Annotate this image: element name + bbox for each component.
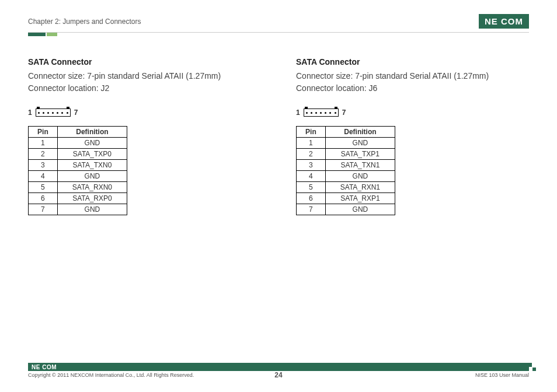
table-cell: 7 bbox=[29, 204, 58, 215]
pin-label-right: 7 bbox=[342, 108, 346, 117]
table-cell: GND bbox=[325, 171, 395, 182]
table-row: 1GND bbox=[29, 138, 127, 149]
table-cell: SATA_RXN0 bbox=[57, 182, 127, 193]
table-row: 6SATA_RXP1 bbox=[297, 193, 395, 204]
table-row: 3SATA_TXN0 bbox=[29, 160, 127, 171]
table-row: 7GND bbox=[29, 204, 127, 215]
accent-bar bbox=[28, 33, 529, 36]
table-cell: SATA_RXP1 bbox=[325, 193, 395, 204]
chapter-title: Chapter 2: Jumpers and Connectors bbox=[28, 18, 141, 26]
table-header: Pin bbox=[297, 127, 326, 138]
copyright-text: Copyright © 2011 NEXCOM International Co… bbox=[28, 372, 194, 378]
page-footer: NE COM Copyright © 2011 NEXCOM Internati… bbox=[28, 363, 529, 378]
table-row: 4GND bbox=[297, 171, 395, 182]
table-cell: 3 bbox=[297, 160, 326, 171]
table-cell: 1 bbox=[29, 138, 58, 149]
connector-location: Connector location: J6 bbox=[296, 82, 529, 94]
page-number: 24 bbox=[274, 371, 282, 379]
brand-logo: NE COM bbox=[479, 14, 529, 29]
table-row: 3SATA_TXN1 bbox=[297, 160, 395, 171]
connector-icon bbox=[36, 108, 71, 117]
table-row: 4GND bbox=[29, 171, 127, 182]
section-heading: SATA Connector bbox=[296, 57, 529, 66]
table-cell: SATA_RXP0 bbox=[57, 193, 127, 204]
pin-label-right: 7 bbox=[74, 108, 78, 117]
table-cell: 5 bbox=[297, 182, 326, 193]
table-cell: 3 bbox=[29, 160, 58, 171]
table-header: Pin bbox=[29, 127, 58, 138]
pin-label-left: 1 bbox=[28, 108, 32, 117]
table-cell: 7 bbox=[297, 204, 326, 215]
table-row: 1GND bbox=[297, 138, 395, 149]
pin-table: PinDefinition1GND2SATA_TXP03SATA_TXN04GN… bbox=[28, 126, 127, 215]
connector-diagram: 17 bbox=[28, 108, 261, 117]
connector-section: SATA ConnectorConnector size: 7-pin stan… bbox=[296, 57, 529, 215]
table-cell: 5 bbox=[29, 182, 58, 193]
content-area: SATA ConnectorConnector size: 7-pin stan… bbox=[28, 57, 529, 215]
table-cell: GND bbox=[57, 204, 127, 215]
table-header: Definition bbox=[325, 127, 395, 138]
footer-logo: NE COM bbox=[32, 364, 57, 370]
table-cell: 6 bbox=[29, 193, 58, 204]
manual-name: NISE 103 User Manual bbox=[475, 372, 529, 378]
table-cell: GND bbox=[57, 171, 127, 182]
table-cell: SATA_RXN1 bbox=[325, 182, 395, 193]
table-cell: 1 bbox=[297, 138, 326, 149]
table-cell: 4 bbox=[29, 171, 58, 182]
table-cell: GND bbox=[57, 138, 127, 149]
table-row: 5SATA_RXN0 bbox=[29, 182, 127, 193]
section-heading: SATA Connector bbox=[28, 57, 261, 66]
table-cell: 6 bbox=[297, 193, 326, 204]
table-cell: SATA_TXN0 bbox=[57, 160, 127, 171]
connector-section: SATA ConnectorConnector size: 7-pin stan… bbox=[28, 57, 261, 215]
connector-diagram: 17 bbox=[296, 108, 529, 117]
table-cell: GND bbox=[325, 138, 395, 149]
table-row: 2SATA_TXP1 bbox=[297, 149, 395, 160]
connector-size: Connector size: 7-pin standard Serial AT… bbox=[28, 70, 261, 82]
table-cell: 4 bbox=[297, 171, 326, 182]
connector-location: Connector location: J2 bbox=[28, 82, 261, 94]
pin-table: PinDefinition1GND2SATA_TXP13SATA_TXN14GN… bbox=[296, 126, 395, 215]
connector-size: Connector size: 7-pin standard Serial AT… bbox=[296, 70, 529, 82]
table-row: 6SATA_RXP0 bbox=[29, 193, 127, 204]
table-row: 5SATA_RXN1 bbox=[297, 182, 395, 193]
table-cell: 2 bbox=[297, 149, 326, 160]
table-row: 7GND bbox=[297, 204, 395, 215]
table-cell: SATA_TXN1 bbox=[325, 160, 395, 171]
table-row: 2SATA_TXP0 bbox=[29, 149, 127, 160]
pin-label-left: 1 bbox=[296, 108, 300, 117]
table-cell: SATA_TXP0 bbox=[57, 149, 127, 160]
table-header: Definition bbox=[57, 127, 127, 138]
table-cell: GND bbox=[325, 204, 395, 215]
table-cell: 2 bbox=[29, 149, 58, 160]
table-cell: SATA_TXP1 bbox=[325, 149, 395, 160]
connector-icon bbox=[304, 108, 339, 117]
